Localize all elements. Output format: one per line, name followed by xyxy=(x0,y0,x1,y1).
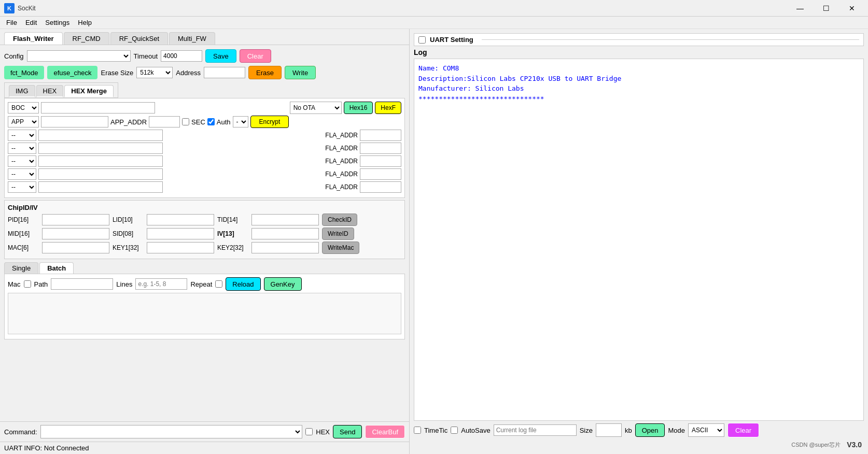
tid-input[interactable] xyxy=(251,214,319,225)
clear-buf-button[interactable]: ClearBuf xyxy=(365,425,405,438)
fla-row-4: -- FLA_ADDR xyxy=(8,168,401,180)
hex-checkbox[interactable] xyxy=(305,428,313,435)
fla-row-3: -- FLA_ADDR xyxy=(8,155,401,167)
fla-addr-input-5[interactable] xyxy=(360,181,401,193)
boc-select[interactable]: BOC xyxy=(8,102,39,114)
chipid-row-2: MID[16] SID[08] IV[13] WriteID xyxy=(8,228,401,240)
no-ota-select[interactable]: No OTA xyxy=(290,102,342,114)
open-button[interactable]: Open xyxy=(635,423,665,437)
fla-select-2[interactable]: -- xyxy=(8,143,36,154)
tab-hex-merge[interactable]: HEX Merge xyxy=(64,85,114,97)
sid-label: SID[08] xyxy=(113,230,144,237)
uart-setting-checkbox[interactable] xyxy=(418,36,426,44)
app-select[interactable]: APP xyxy=(8,116,39,127)
clear-log-button[interactable]: Clear xyxy=(727,423,759,437)
main-container: Flash_Writer RF_CMD RF_QuickSet Multi_FW… xyxy=(0,29,868,454)
gen-key-button[interactable]: GenKey xyxy=(264,277,302,291)
current-log-input[interactable] xyxy=(494,424,577,436)
fla-select-5[interactable]: -- xyxy=(8,181,36,193)
fla-addr-input-2[interactable] xyxy=(360,143,401,154)
sec-checkbox[interactable] xyxy=(182,118,189,125)
fla-input-4[interactable] xyxy=(38,168,163,180)
boc-input[interactable] xyxy=(41,102,155,114)
write-id-button[interactable]: WriteID xyxy=(322,228,354,240)
tab-rf-cmd[interactable]: RF_CMD xyxy=(64,32,109,45)
maximize-button[interactable]: ☐ xyxy=(814,0,838,17)
menu-edit[interactable]: Edit xyxy=(21,18,41,27)
auth-value-select[interactable]: -- xyxy=(233,116,248,127)
app-addr-input[interactable] xyxy=(149,116,180,127)
key2-input[interactable] xyxy=(251,242,319,253)
batch-textarea[interactable] xyxy=(8,293,401,334)
tab-img[interactable]: IMG xyxy=(9,85,35,97)
write-button[interactable]: Write xyxy=(285,66,316,79)
fla-addr-label-5: FLA_ADDR xyxy=(325,183,358,191)
app-input[interactable] xyxy=(41,116,108,127)
tab-rf-quickset[interactable]: RF_QuickSet xyxy=(110,32,168,45)
right-inner: UART Setting Log Name: COM8 Description:… xyxy=(414,33,864,450)
pid-input[interactable] xyxy=(42,214,109,225)
tab-flash-writer[interactable]: Flash_Writer xyxy=(4,32,63,45)
app-icon: K xyxy=(4,3,15,13)
fla-input-3[interactable] xyxy=(38,155,163,167)
clear-button[interactable]: Clear xyxy=(240,49,271,63)
address-input[interactable] xyxy=(204,67,245,78)
tab-multi-fw[interactable]: Multi_FW xyxy=(169,32,215,45)
erase-size-select[interactable]: 512k xyxy=(136,67,173,78)
tab-single[interactable]: Single xyxy=(4,262,38,274)
minimize-button[interactable]: — xyxy=(788,0,812,17)
fla-input-1[interactable] xyxy=(38,130,163,141)
erase-button[interactable]: Erase xyxy=(248,66,282,79)
save-button[interactable]: Save xyxy=(205,49,236,63)
fla-addr-input-4[interactable] xyxy=(360,168,401,180)
mac-checkbox[interactable] xyxy=(24,280,31,288)
fla-addr-input-1[interactable] xyxy=(360,130,401,141)
fla-select-4[interactable]: -- xyxy=(8,168,36,180)
auto-save-checkbox[interactable] xyxy=(451,427,458,434)
fla-input-2[interactable] xyxy=(38,143,163,154)
fct-mode-button[interactable]: fct_Mode xyxy=(4,66,44,79)
efuse-check-button[interactable]: efuse_check xyxy=(47,66,97,79)
log-area[interactable]: Name: COM8 Description:Silicon Labs CP21… xyxy=(414,59,864,421)
mid-input[interactable] xyxy=(42,228,109,239)
time-tic-label: TimeTic xyxy=(424,427,447,434)
menu-help[interactable]: Help xyxy=(74,18,96,27)
menu-settings[interactable]: Settings xyxy=(41,18,74,27)
credit-text: CSDN @super芯片 xyxy=(791,441,841,449)
lid-input[interactable] xyxy=(147,214,214,225)
path-input[interactable] xyxy=(51,278,113,290)
timeout-input[interactable] xyxy=(161,50,202,62)
auth-checkbox[interactable] xyxy=(207,118,215,125)
repeat-checkbox[interactable] xyxy=(215,280,222,288)
tab-hex[interactable]: HEX xyxy=(36,85,64,97)
send-button[interactable]: Send xyxy=(333,425,362,438)
tab-batch[interactable]: Batch xyxy=(39,262,74,274)
config-select[interactable] xyxy=(27,50,131,62)
log-content: Name: COM8 Description:Silicon Labs CP21… xyxy=(418,63,859,104)
command-select[interactable] xyxy=(40,425,303,438)
encrypt-button[interactable]: Encrypt xyxy=(250,116,289,128)
hexf-button[interactable]: HexF xyxy=(375,102,401,114)
write-mac-button[interactable]: WriteMac xyxy=(322,242,359,254)
mode-select[interactable]: ASCII HEX xyxy=(688,423,724,437)
check-id-button[interactable]: CheckID xyxy=(322,214,357,226)
fla-addr-input-3[interactable] xyxy=(360,155,401,167)
address-label: Address xyxy=(176,69,201,77)
time-tic-checkbox[interactable] xyxy=(414,427,421,434)
mac-input[interactable] xyxy=(42,242,109,253)
hex16-button[interactable]: Hex16 xyxy=(344,102,373,114)
size-input[interactable] xyxy=(596,423,622,437)
sid-input[interactable] xyxy=(147,228,214,239)
fla-select-1[interactable]: -- xyxy=(8,130,36,141)
batch-controls-row: Mac Path Lines Repeat Reload GenKey xyxy=(8,277,401,291)
mid-label: MID[16] xyxy=(8,230,39,237)
fla-input-5[interactable] xyxy=(38,181,163,193)
iv-input[interactable] xyxy=(251,228,319,239)
boc-row: BOC No OTA Hex16 HexF xyxy=(8,102,401,114)
reload-button[interactable]: Reload xyxy=(226,277,260,291)
fla-select-3[interactable]: -- xyxy=(8,155,36,167)
key1-input[interactable] xyxy=(147,242,214,253)
lines-input[interactable] xyxy=(135,278,187,290)
close-button[interactable]: ✕ xyxy=(840,0,864,17)
menu-file[interactable]: File xyxy=(2,18,21,27)
